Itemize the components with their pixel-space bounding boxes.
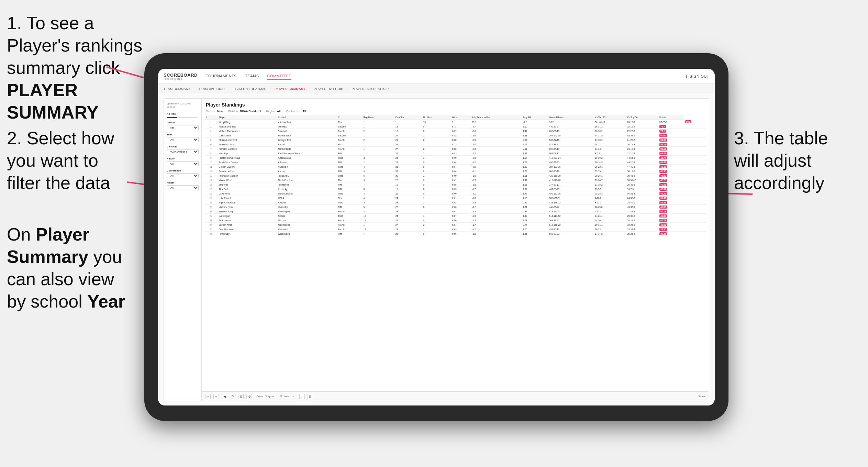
conference-select[interactable]: (All) — [167, 173, 199, 178]
gender-select[interactable]: Men Women — [167, 125, 199, 130]
scoreboard-logo: SCOREBOARD Powered by clipp — [164, 73, 198, 80]
cell-5-10: 674-33-12 — [548, 142, 593, 147]
sub-nav-player-h2h-heatmap[interactable]: PLAYER H2H HEATMAP — [350, 87, 390, 91]
col-conf-rank: Conf Rk — [394, 115, 422, 120]
sub-nav-team-summary[interactable]: TEAM SUMMARY — [162, 87, 192, 91]
cell-18-2: Arizona — [277, 200, 337, 205]
table-row: 3Michael ThorbjornsenStanfordFourth21806… — [204, 129, 706, 133]
cell-17-9: 1.13 — [522, 196, 548, 200]
table-row: 26Petr HrubyWashingtonFifth725068.6-1.81… — [204, 232, 706, 236]
cell-7-11: 8-6-1 — [593, 151, 626, 156]
sub-nav-player-h2h-grid[interactable]: PLAYER H2H GRID — [312, 87, 345, 91]
year-select[interactable]: (All) First Second Third Fourth Fifth — [167, 137, 199, 142]
table-row: 21Tashiion SongWashingtonFourth423169.1-… — [204, 209, 706, 214]
main-nav: TOURNAMENTS TEAMS COMMITTEE — [206, 73, 686, 80]
cell-19-4: 5 — [362, 205, 394, 209]
table-row: 8Mats EgeEast Tennessee StateFifth124268… — [204, 151, 706, 156]
points-badge: 40.98 — [659, 205, 667, 209]
logo-text: SCOREBOARD — [164, 73, 198, 78]
cell-1-13: 78.7 — [658, 124, 684, 129]
table-row: 6Jackson KoivunAuburnFirst127167.3-2.02.… — [204, 142, 706, 147]
cell-8-0: 9 — [204, 156, 217, 160]
cell-15-10: 467-29-23 — [548, 187, 593, 191]
sub-nav-team-h2h-heatmap[interactable]: TEAM H2H HEATMAP — [232, 87, 268, 91]
cell-6-3: Fourth — [337, 147, 362, 151]
cell-18-8: -0.8 — [470, 200, 521, 205]
cell-21-1: Ian Gilligan — [217, 214, 277, 218]
table-row: 13Phichaksn MaichonTexas A&MThird630169.… — [204, 174, 706, 178]
cell-21-9: 1.43 — [522, 214, 548, 218]
chevron-down-icon: ▾ — [292, 395, 294, 398]
cell-18-13: 41.81 — [658, 200, 684, 205]
cell-11-12: 50-18-5 — [626, 169, 658, 174]
cell-3-9: 1.98 — [522, 133, 548, 138]
cell-23-5: 27 — [394, 223, 422, 227]
clock-button[interactable]: ⏱ — [246, 394, 252, 399]
cell-10-8: -0.9 — [470, 165, 521, 169]
annotation-step3-left: On Player Summary you can also view by s… — [7, 223, 131, 313]
sub-nav-team-h2h-grid[interactable]: TEAM H2H GRID — [197, 87, 226, 91]
table-row: 14Maxwell FordNorth CarolinaThird322069.… — [204, 178, 706, 182]
cell-0-4: 1 — [362, 120, 394, 124]
cell-13-0: 14 — [204, 178, 217, 182]
cell-6-7: 68.2 — [451, 147, 471, 151]
cell-20-10: 473-177-57 — [548, 209, 593, 214]
cell-12-12: 38-46-4 — [626, 174, 658, 178]
cell-20-3: Fourth — [337, 209, 362, 214]
cell-4-10: 533-57-16 — [548, 138, 593, 142]
points-badge: 42.75 — [659, 179, 667, 182]
cell-11-0: 12 — [204, 169, 217, 174]
cell-0-5: 1 — [394, 120, 422, 124]
points-badge: 46.77 — [659, 156, 667, 159]
cell-23-10: 616-168-22 — [548, 223, 593, 227]
col-adj-score: Adj. Score to Par — [470, 115, 521, 120]
cell-16-2: North Carolina — [277, 191, 337, 196]
cell-5-8: -2.0 — [470, 142, 521, 147]
cell-19-13: 40.98 — [658, 205, 684, 209]
nav-committee[interactable]: COMMITTEE — [267, 73, 292, 80]
copy-button[interactable]: ⧉ — [230, 394, 235, 399]
back-button[interactable]: ◀ — [222, 394, 227, 399]
undo-button[interactable]: ↩ — [205, 394, 211, 399]
export-button[interactable]: ⊞ — [238, 394, 244, 399]
cell-0-2: Arizona State — [277, 120, 337, 124]
cell-24-10: 452-86-12 — [548, 227, 593, 232]
nav-tournaments[interactable]: TOURNAMENTS — [206, 73, 237, 80]
cell-4-11: 27-10-2 — [593, 138, 626, 142]
cell-20-9: 0.87 — [522, 209, 548, 214]
sign-out-link[interactable]: Sign out — [690, 73, 709, 80]
cell-12-8: -1.0 — [470, 174, 521, 178]
cell-22-8: -2.3 — [470, 218, 521, 223]
nav-teams[interactable]: TEAMS — [245, 73, 259, 80]
share-button[interactable]: Share — [698, 395, 705, 398]
cell-20-11: 7-17-5 — [593, 209, 626, 214]
cell-8-9: 1.14 — [522, 156, 548, 160]
cell-17-11: 4-18-0 — [593, 196, 626, 200]
cell-21-12: 29-38-2 — [626, 214, 658, 218]
player-select[interactable]: (All) — [167, 185, 199, 190]
watch-button[interactable]: 👁 Watch ▾ — [280, 395, 293, 398]
cell-2-13: 73.1 — [658, 129, 684, 133]
cell-15-4: 8 — [362, 187, 394, 191]
cell-10-7: 68.7 — [451, 165, 471, 169]
region-select[interactable]: N/A All — [167, 161, 199, 166]
sub-nav-player-summary[interactable]: PLAYER SUMMARY — [273, 87, 307, 91]
cell-14-0: 15 — [204, 182, 217, 187]
grid-button[interactable]: ⊞ — [308, 394, 313, 399]
col-vs-top25: Vs Top 25 — [593, 115, 626, 120]
bottom-toolbar: ↩ ↪ ◀ ⧉ ⊞ ⏱ View: Original 👁 Watch ▾ ↓ — [202, 391, 709, 401]
cell-10-12: 47-40-3 — [626, 165, 658, 169]
cell-11-8: -1.1 — [470, 169, 521, 174]
cell-16-3: Third — [337, 191, 362, 196]
points-badge: 58.18 — [659, 143, 667, 146]
division-select[interactable]: NCAA Division I NCAA Division II NCAA Di… — [167, 149, 199, 154]
col-no-rds: No. Rds. — [422, 115, 451, 120]
cell-17-2: UCLA — [277, 196, 337, 200]
download-button[interactable]: ↓ — [299, 394, 305, 399]
cell-14-8: -1.5 — [470, 182, 521, 187]
cell-5-5: 27 — [394, 142, 422, 147]
no-rds-slider[interactable] — [167, 117, 199, 118]
redo-button[interactable]: ↪ — [213, 394, 219, 399]
slider-track — [167, 117, 198, 118]
cell-18-5: 23 — [394, 200, 422, 205]
